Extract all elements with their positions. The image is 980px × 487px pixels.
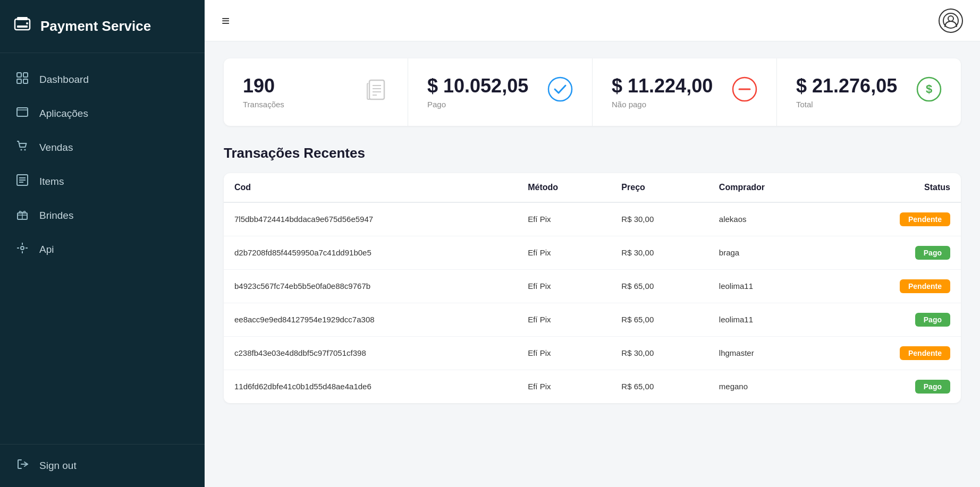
- table-row: d2b7208fd85f4459950a7c41dd91b0e5 Efí Pix…: [224, 236, 961, 269]
- stat-icon-pago: [547, 76, 573, 107]
- cell-preco: R$ 65,00: [611, 269, 708, 303]
- cell-comprador: megano: [708, 370, 831, 403]
- main-content: ≡ 190 Transações: [205, 0, 980, 487]
- cell-metodo: Efí Pix: [517, 269, 611, 303]
- col-header-comprador: Comprador: [708, 173, 831, 202]
- col-header-metodo: Método: [517, 173, 611, 202]
- svg-rect-1: [17, 17, 28, 20]
- stat-label-transacoes: Transações: [243, 100, 284, 109]
- cell-preco: R$ 30,00: [611, 202, 708, 236]
- table-header: Cod Método Preço Comprador Status: [224, 173, 961, 202]
- cell-status: Pago: [830, 236, 961, 269]
- sidebar-item-items[interactable]: Items: [0, 165, 205, 199]
- svg-rect-6: [17, 79, 21, 83]
- col-header-status: Status: [830, 173, 961, 202]
- stat-label-total: Total: [796, 100, 897, 109]
- stat-text-naopago: $ 11.224,00 Não pago: [612, 75, 713, 109]
- svg-point-11: [24, 149, 26, 151]
- cell-cod: c238fb43e03e4d8dbf5c97f7051cf398: [224, 336, 517, 370]
- aplicacoes-label: Aplicações: [39, 108, 88, 119]
- sidebar-item-dashboard[interactable]: Dashboard: [0, 63, 205, 97]
- cell-preco: R$ 30,00: [611, 236, 708, 269]
- svg-point-26: [948, 16, 953, 21]
- stat-icon-naopago: [732, 76, 757, 107]
- svg-point-32: [548, 78, 572, 101]
- status-badge: Pendente: [900, 212, 950, 226]
- cell-status: Pendente: [830, 202, 961, 236]
- transactions-table-container: Cod Método Preço Comprador Status 7l5dbb…: [224, 173, 961, 403]
- svg-point-3: [26, 22, 28, 24]
- svg-rect-8: [17, 108, 28, 116]
- svg-rect-2: [17, 25, 28, 28]
- status-badge: Pago: [915, 313, 950, 327]
- svg-rect-4: [17, 73, 21, 77]
- cell-metodo: Efí Pix: [517, 303, 611, 336]
- stat-text-transacoes: 190 Transações: [243, 75, 284, 109]
- svg-point-10: [21, 149, 22, 151]
- cell-metodo: Efí Pix: [517, 236, 611, 269]
- sidebar-item-api[interactable]: Api: [0, 233, 205, 267]
- logo-icon: [13, 15, 32, 38]
- items-label: Items: [39, 176, 64, 187]
- table-row: c238fb43e03e4d8dbf5c97f7051cf398 Efí Pix…: [224, 336, 961, 370]
- menu-toggle-button[interactable]: ≡: [222, 14, 230, 28]
- stat-icon-total: $: [916, 76, 942, 107]
- stat-card-pago: $ 10.052,05 Pago: [408, 58, 593, 126]
- sidebar-item-vendas[interactable]: Vendas: [0, 131, 205, 165]
- stat-label-pago: Pago: [427, 100, 528, 109]
- brindes-label: Brindes: [39, 210, 73, 221]
- stat-icon-transacoes: [365, 78, 388, 106]
- dashboard-label: Dashboard: [39, 74, 89, 86]
- sidebar: Payment Service Dashboard Aplicações Ven…: [0, 0, 205, 487]
- sidebar-item-aplicacoes[interactable]: Aplicações: [0, 97, 205, 131]
- table-body: 7l5dbb4724414bddaca9e675d56e5947 Efí Pix…: [224, 202, 961, 403]
- sidebar-nav: Dashboard Aplicações Vendas Items: [0, 53, 205, 444]
- cell-metodo: Efí Pix: [517, 336, 611, 370]
- signout-icon: [15, 458, 30, 473]
- status-badge: Pendente: [900, 346, 950, 360]
- cell-status: Pago: [830, 303, 961, 336]
- api-icon: [15, 242, 30, 257]
- svg-text:$: $: [926, 82, 932, 96]
- page-content: 190 Transações $ 10.052: [205, 41, 980, 420]
- svg-point-19: [21, 246, 24, 250]
- cell-preco: R$ 65,00: [611, 303, 708, 336]
- cell-preco: R$ 65,00: [611, 370, 708, 403]
- cell-status: Pendente: [830, 269, 961, 303]
- signout-label: Sign out: [39, 460, 77, 472]
- stat-value-naopago: $ 11.224,00: [612, 75, 713, 97]
- cell-comprador: lhgmaster: [708, 336, 831, 370]
- sidebar-signout: Sign out: [0, 444, 205, 487]
- user-avatar-button[interactable]: [939, 8, 963, 33]
- cell-cod: b4923c567fc74eb5b5e0fa0e88c9767b: [224, 269, 517, 303]
- topbar: ≡: [205, 0, 980, 41]
- cell-cod: d2b7208fd85f4459950a7c41dd91b0e5: [224, 236, 517, 269]
- stat-text-pago: $ 10.052,05 Pago: [427, 75, 528, 109]
- cell-comprador: braga: [708, 236, 831, 269]
- cell-metodo: Efí Pix: [517, 202, 611, 236]
- dashboard-icon: [15, 72, 30, 87]
- stats-row: 190 Transações $ 10.052: [224, 58, 961, 126]
- table-row: 11d6fd62dbfe41c0b1d55d48ae4a1de6 Efí Pix…: [224, 370, 961, 403]
- cell-comprador: alekaos: [708, 202, 831, 236]
- signout-button[interactable]: Sign out: [0, 449, 205, 483]
- stat-card-transacoes: 190 Transações: [224, 58, 408, 126]
- section-title: Transações Recentes: [224, 145, 961, 161]
- sidebar-item-brindes[interactable]: Brindes: [0, 199, 205, 233]
- table-row: b4923c567fc74eb5b5e0fa0e88c9767b Efí Pix…: [224, 269, 961, 303]
- cell-comprador: leolima11: [708, 269, 831, 303]
- sidebar-title: Payment Service: [40, 18, 151, 35]
- svg-rect-0: [15, 19, 30, 30]
- sidebar-header: Payment Service: [0, 0, 205, 53]
- svg-rect-5: [23, 73, 28, 77]
- status-badge: Pendente: [900, 279, 950, 293]
- api-label: Api: [39, 244, 54, 255]
- cell-cod: 11d6fd62dbfe41c0b1d55d48ae4a1de6: [224, 370, 517, 403]
- transactions-table: Cod Método Preço Comprador Status 7l5dbb…: [224, 173, 961, 403]
- table-row: 7l5dbb4724414bddaca9e675d56e5947 Efí Pix…: [224, 202, 961, 236]
- stat-label-naopago: Não pago: [612, 100, 713, 109]
- cell-preco: R$ 30,00: [611, 336, 708, 370]
- cell-metodo: Efí Pix: [517, 370, 611, 403]
- svg-rect-7: [23, 79, 28, 83]
- items-icon: [15, 174, 30, 189]
